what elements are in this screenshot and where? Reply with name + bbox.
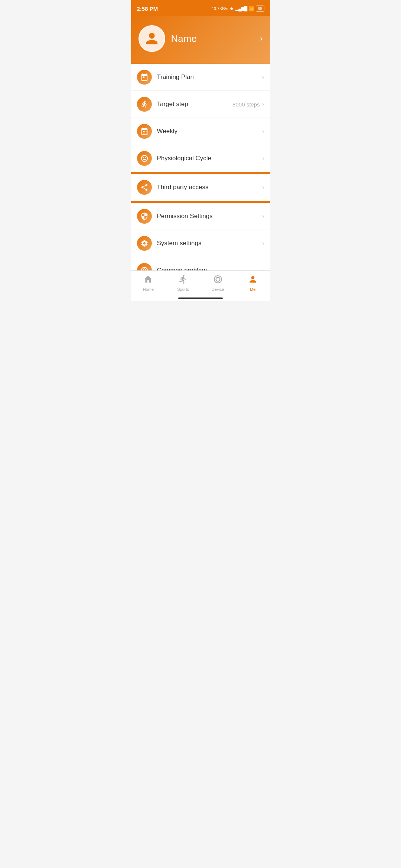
system-chevron: ›: [262, 240, 264, 247]
training-plan-label: Training Plan: [157, 73, 262, 81]
third-party-access-label: Third party access: [157, 184, 262, 191]
me-icon: [248, 274, 258, 286]
profile-left: Name: [138, 25, 197, 52]
wifi-icon: 📶: [248, 6, 254, 11]
menu-item-target-step[interactable]: Target step 8000 steps ›: [131, 91, 270, 118]
nav-item-device[interactable]: Device: [200, 274, 235, 292]
status-icons: 40.7KB/s ★ ▂▄▆█ 📶 68: [212, 6, 264, 11]
menu-item-third-party-access[interactable]: Third party access ›: [131, 174, 270, 201]
device-nav-label: Device: [212, 287, 224, 292]
signal-icon: ▂▄▆█: [235, 6, 247, 11]
calendar-icon: [140, 73, 149, 81]
battery-icon: 68: [256, 6, 264, 11]
me-nav-label: Me: [250, 287, 255, 292]
avatar-icon: [145, 32, 159, 46]
weekly-chevron: ›: [262, 128, 264, 135]
target-step-chevron: ›: [262, 101, 264, 108]
weekly-calendar-icon: [140, 127, 149, 135]
menu-item-system-settings[interactable]: System settings ›: [131, 230, 270, 257]
sports-svg-icon: [178, 274, 188, 284]
system-icon-circle: [137, 236, 152, 251]
cycle-icon: [140, 154, 149, 162]
sports-icon: [178, 274, 188, 286]
permission-settings-label: Permission Settings: [157, 213, 262, 220]
me-svg-icon: [248, 274, 258, 284]
profile-chevron-icon: ›: [260, 34, 263, 43]
weekly-icon-circle: [137, 124, 152, 139]
gear-icon: [140, 239, 149, 247]
bottom-navigation: Home Sports Device Me: [131, 270, 270, 301]
profile-header[interactable]: Name ›: [131, 16, 270, 64]
home-svg-icon: [143, 274, 153, 284]
target-step-icon-circle: [137, 97, 152, 112]
avatar: [138, 25, 165, 52]
device-svg-icon: [213, 274, 223, 284]
device-icon: [213, 274, 223, 286]
home-nav-label: Home: [143, 287, 154, 292]
menu-section-1: Training Plan › Target step 8000 steps ›…: [131, 64, 270, 172]
target-step-label: Target step: [157, 101, 233, 108]
permission-icon-circle: [137, 209, 152, 224]
status-bar: 2:58 PM 40.7KB/s ★ ▂▄▆█ 📶 68: [131, 0, 270, 16]
shoe-icon: [140, 100, 149, 108]
menu-item-permission-settings[interactable]: Permission Settings ›: [131, 203, 270, 230]
training-plan-chevron: ›: [262, 73, 264, 81]
weekly-label: Weekly: [157, 128, 262, 135]
menu-item-training-plan[interactable]: Training Plan ›: [131, 64, 270, 91]
share-icon: [140, 183, 149, 191]
menu-item-physiological-cycle[interactable]: Physiological Cycle ›: [131, 145, 270, 172]
menu-section-2: Third party access ›: [131, 174, 270, 201]
home-indicator: [178, 297, 223, 299]
nav-item-sports[interactable]: Sports: [166, 274, 200, 292]
target-step-value: 8000 steps: [232, 101, 260, 108]
network-speed: 40.7KB/s: [212, 6, 228, 11]
profile-name: Name: [171, 33, 197, 45]
physiological-cycle-chevron: ›: [262, 155, 264, 162]
training-plan-icon-circle: [137, 70, 152, 85]
menu-item-weekly[interactable]: Weekly ›: [131, 118, 270, 145]
third-party-chevron: ›: [262, 184, 264, 191]
status-time: 2:58 PM: [137, 6, 158, 12]
shield-icon: [140, 212, 149, 220]
bluetooth-icon: ★: [229, 6, 234, 11]
sports-nav-label: Sports: [177, 287, 189, 292]
home-icon: [143, 274, 153, 286]
nav-item-home[interactable]: Home: [131, 274, 166, 292]
third-party-icon-circle: [137, 180, 152, 195]
permission-chevron: ›: [262, 213, 264, 220]
physiological-cycle-label: Physiological Cycle: [157, 155, 262, 162]
nav-item-me[interactable]: Me: [235, 274, 270, 292]
system-settings-label: System settings: [157, 240, 262, 247]
physiological-cycle-icon-circle: [137, 151, 152, 166]
